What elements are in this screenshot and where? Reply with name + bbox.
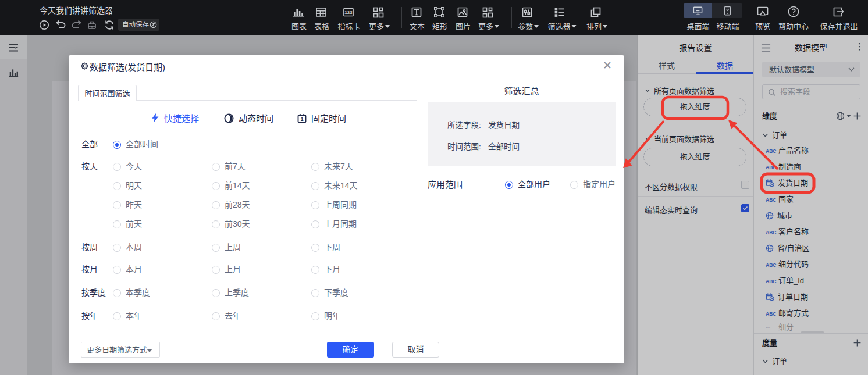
svg-text:1: 1 [301, 116, 304, 122]
svg-text:123: 123 [344, 10, 353, 15]
